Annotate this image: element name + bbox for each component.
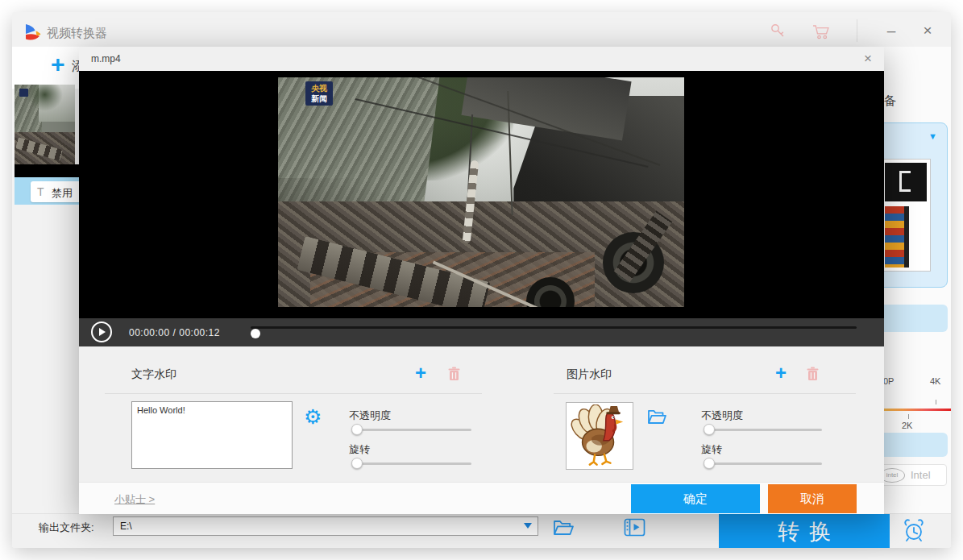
text-rotate-slider[interactable] <box>352 458 471 469</box>
text-opacity-slider[interactable] <box>352 424 471 435</box>
slider-track <box>704 429 822 431</box>
resolution-2k-label: 2K <box>902 421 912 430</box>
gear-icon[interactable]: ⚙ <box>304 407 322 426</box>
text-t-icon: T <box>37 185 44 198</box>
browse-image-folder-icon[interactable] <box>647 409 667 425</box>
combobox-dropdown-icon[interactable] <box>524 523 532 529</box>
minimize-button[interactable]: – <box>881 22 902 39</box>
watermark-image-box[interactable] <box>566 402 633 470</box>
text-watermark-title: 文字水印 <box>131 367 176 382</box>
thumb-badge <box>19 89 28 97</box>
slider-track <box>352 429 471 431</box>
dialog-footer: 小贴士 > 确定 取消 <box>79 482 884 514</box>
output-format-partial-label: 备 <box>884 93 896 109</box>
resolution-4k-label: 4K <box>930 376 940 386</box>
image-rotate-label: 旋转 <box>701 442 722 457</box>
output-folder-label: 输出文件夹: <box>39 521 94 535</box>
dialog-close-icon[interactable]: × <box>859 51 877 67</box>
image-opacity-label: 不透明度 <box>701 409 743 423</box>
open-folder-icon[interactable] <box>553 519 575 537</box>
resolution-tick-4k <box>936 400 936 404</box>
titlebar-divider <box>857 19 857 42</box>
text-opacity-label: 不透明度 <box>349 409 391 423</box>
close-button[interactable]: × <box>917 22 938 39</box>
delete-image-watermark-icon[interactable] <box>807 367 819 381</box>
window-title: 视频转换器 <box>47 26 107 41</box>
video-frame: 央视 新闻 <box>278 77 684 307</box>
screen: 视频转换器 – × + 添 <box>0 0 963 560</box>
watermark-settings: 文字水印 + Hello World! ⚙ 不透明度 旋转 <box>79 346 884 482</box>
slider-handle[interactable] <box>704 458 715 469</box>
film-strip-thumbnail <box>885 206 909 268</box>
add-text-watermark-button[interactable]: + <box>415 364 426 382</box>
format-preview-box <box>881 159 931 272</box>
watermark-dialog: m.mp4 × <box>79 47 884 514</box>
intel-label: Intel <box>911 469 931 481</box>
badge-line2: 新闻 <box>305 93 333 104</box>
slider-handle[interactable] <box>351 458 363 469</box>
seek-handle[interactable] <box>251 329 260 338</box>
image-opacity-slider[interactable] <box>704 424 822 435</box>
video-preview-area: 央视 新闻 <box>79 71 884 318</box>
time-current: 00:00:00 <box>129 327 170 338</box>
cart-icon[interactable] <box>812 24 832 39</box>
dialog-title: m.mp4 <box>91 53 121 64</box>
format-preview-bracket <box>899 171 911 192</box>
bottom-bar: 输出文件夹: E:\ 转换 <box>12 513 951 548</box>
resolution-left-label: 0P <box>883 376 894 386</box>
seek-track <box>251 326 857 329</box>
image-watermark-title: 图片水印 <box>567 367 612 382</box>
slider-handle[interactable] <box>704 424 715 435</box>
slider-track <box>704 463 822 465</box>
media-thumbnail[interactable] <box>15 85 75 167</box>
ok-button[interactable]: 确定 <box>631 484 760 513</box>
thumb-tree-layer <box>27 85 63 111</box>
format-preview-screen <box>885 163 927 201</box>
cctv-news-badge: 央视 新闻 <box>305 81 333 106</box>
time-total: 00:00:12 <box>179 327 220 338</box>
app-logo-icon <box>23 23 44 44</box>
register-key-icon[interactable] <box>770 23 786 39</box>
slider-track <box>352 463 471 465</box>
disable-label: 禁用 <box>52 186 73 201</box>
slider-handle[interactable] <box>351 424 363 435</box>
seek-bar[interactable] <box>251 326 857 338</box>
intel-acceleration-badge[interactable]: intel Intel <box>876 464 947 486</box>
convert-button[interactable]: 转换 <box>719 514 890 548</box>
play-button[interactable] <box>91 321 112 342</box>
cancel-button[interactable]: 取消 <box>768 484 857 513</box>
image-rotate-slider[interactable] <box>704 458 822 469</box>
add-file-plus-icon[interactable]: + <box>51 52 65 77</box>
output-folder-combobox[interactable]: E:\ <box>113 516 538 536</box>
player-bar: 00:00:00 / 00:00:12 <box>79 318 884 346</box>
schedule-alarm-icon[interactable] <box>901 518 927 542</box>
resolution-tick-2k <box>908 414 909 419</box>
add-image-watermark-button[interactable]: + <box>775 364 787 382</box>
image-watermark-divider <box>554 393 856 394</box>
preview-video-icon[interactable] <box>624 518 645 537</box>
play-icon <box>99 328 106 336</box>
watermark-text-input[interactable]: Hello World! <box>131 401 293 469</box>
text-rotate-label: 旋转 <box>349 442 370 457</box>
time-display: 00:00:00 / 00:00:12 <box>129 327 220 338</box>
text-watermark-divider <box>105 393 482 394</box>
time-separator: / <box>173 327 176 338</box>
delete-text-watermark-icon[interactable] <box>448 367 460 381</box>
turkey-image <box>571 404 629 467</box>
output-folder-path: E:\ <box>120 521 132 532</box>
badge-line1: 央视 <box>305 83 333 93</box>
tips-link[interactable]: 小贴士 > <box>114 492 155 507</box>
chevron-down-icon[interactable]: ▼ <box>928 131 937 141</box>
